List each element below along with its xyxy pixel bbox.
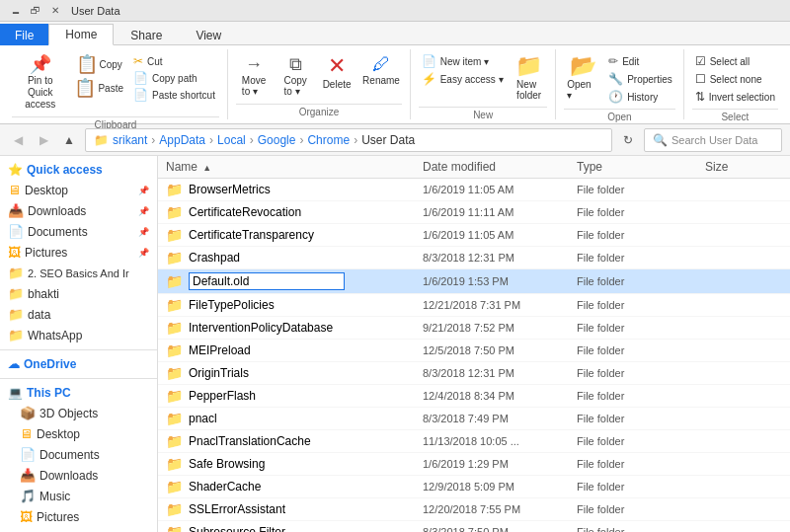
file-type: File folder bbox=[577, 503, 705, 515]
file-row[interactable]: 📁pnacl 8/3/2018 7:49 PM File folder bbox=[158, 408, 790, 430]
file-date: 8/3/2018 7:50 PM bbox=[423, 526, 577, 532]
new-folder-button[interactable]: 📁 Newfolder bbox=[510, 53, 549, 103]
up-button[interactable]: ▲ bbox=[59, 130, 79, 150]
open-label: Open ▾ bbox=[567, 79, 598, 101]
file-row-selected[interactable]: 📁 1/6/2019 1:53 PM File folder bbox=[158, 269, 790, 294]
file-row[interactable]: 📁Safe Browsing 1/6/2019 1:29 PM File fol… bbox=[158, 453, 790, 476]
file-row[interactable]: 📁SSLErrorAssistant 12/20/2018 7:55 PM Fi… bbox=[158, 498, 790, 521]
file-name: SSLErrorAssistant bbox=[189, 502, 285, 516]
sidebar-item-3d-objects[interactable]: 📦 3D Objects bbox=[0, 403, 157, 423]
sidebar-item-pictures2[interactable]: 🖼 Pictures bbox=[0, 506, 157, 527]
tab-home[interactable]: Home bbox=[48, 24, 114, 45]
onedrive-label: OneDrive bbox=[24, 357, 76, 371]
file-row[interactable]: 📁FileTypePolicies 12/21/2018 7:31 PM Fil… bbox=[158, 294, 790, 317]
this-pc-header[interactable]: 💻 This PC bbox=[0, 383, 157, 403]
tab-file[interactable]: File bbox=[0, 24, 48, 45]
open-button[interactable]: 📂 Open ▾ bbox=[563, 53, 602, 103]
title-bar: 🗕 🗗 ✕ User Data bbox=[0, 0, 790, 22]
copy-to-button[interactable]: ⧉ Copyto ▾ bbox=[276, 53, 315, 99]
sidebar-item-documents2[interactable]: 📄 Documents bbox=[0, 444, 157, 465]
copy-path-button[interactable]: 📄 Copy path bbox=[129, 70, 219, 86]
pin-to-quick-access-button[interactable]: 📌 Pin to Quickaccess bbox=[12, 53, 68, 113]
forward-button[interactable]: ▶ bbox=[34, 130, 53, 150]
file-row[interactable]: 📁MEIPreload 12/5/2018 7:50 PM File folde… bbox=[158, 340, 790, 362]
file-row[interactable]: 📁BrowserMetrics 1/6/2019 11:05 AM File f… bbox=[158, 179, 790, 201]
address-path[interactable]: 📁 srikant › AppData › Local › Google › C… bbox=[85, 128, 612, 152]
folder-icon: 📁 bbox=[166, 365, 183, 381]
file-row[interactable]: 📁Crashpad 8/3/2018 12:31 PM File folder bbox=[158, 247, 790, 269]
file-row[interactable]: 📁PnaclTranslationCache 11/13/2018 10:05 … bbox=[158, 430, 790, 453]
file-type: File folder bbox=[577, 481, 705, 493]
file-name-input[interactable] bbox=[189, 272, 345, 290]
file-row[interactable]: 📁ShaderCache 12/9/2018 5:09 PM File fold… bbox=[158, 476, 790, 498]
path-user-data[interactable]: User Data bbox=[361, 133, 415, 147]
new-item-button[interactable]: 📄 New item ▾ bbox=[418, 53, 508, 69]
select-all-button[interactable]: ☑ Select all bbox=[691, 53, 754, 69]
sep1: › bbox=[151, 133, 155, 147]
sidebar-item-downloads2[interactable]: 📥 Downloads bbox=[0, 465, 157, 486]
file-row[interactable]: 📁CertificateRevocation 1/6/2019 11:11 AM… bbox=[158, 201, 790, 224]
open-group-label: Open bbox=[564, 109, 674, 124]
file-row[interactable]: 📁PepperFlash 12/4/2018 8:34 PM File fold… bbox=[158, 385, 790, 408]
col-type-header[interactable]: Type bbox=[577, 160, 705, 174]
sidebar-item-bhakti[interactable]: 📁 bhakti bbox=[0, 283, 157, 304]
file-row[interactable]: 📁Subresource Filter 8/3/2018 7:50 PM Fil… bbox=[158, 521, 790, 532]
refresh-button[interactable]: ↻ bbox=[618, 130, 638, 150]
col-name-header[interactable]: Name ▲ bbox=[166, 160, 423, 174]
maximize-icon[interactable]: 🗗 bbox=[28, 3, 43, 19]
file-type: File folder bbox=[577, 206, 705, 218]
file-row[interactable]: 📁InterventionPolicyDatabase 9/21/2018 7:… bbox=[158, 317, 790, 340]
copy-button[interactable]: 📋 Copy bbox=[70, 53, 127, 75]
rename-button[interactable]: 🖊 Rename bbox=[358, 53, 404, 88]
col-date-header[interactable]: Date modified bbox=[423, 160, 577, 174]
path-appdata[interactable]: AppData bbox=[159, 133, 205, 147]
tab-view[interactable]: View bbox=[179, 24, 238, 45]
pin-icon: ⭐ bbox=[8, 163, 23, 177]
search-box[interactable]: 🔍 Search User Data bbox=[644, 128, 782, 152]
sidebar-item-music[interactable]: 🎵 Music bbox=[0, 486, 157, 506]
edit-button[interactable]: ✏ Edit bbox=[604, 53, 676, 69]
cut-icon: ✂ bbox=[133, 54, 143, 68]
sidebar-item-data[interactable]: 📁 data bbox=[0, 304, 157, 325]
pictures2-label: Pictures bbox=[37, 510, 79, 524]
path-srikant[interactable]: srikant bbox=[113, 133, 147, 147]
file-row[interactable]: 📁OriginTrials 8/3/2018 12:31 PM File fol… bbox=[158, 362, 790, 385]
close-icon[interactable]: ✕ bbox=[47, 3, 63, 19]
file-date: 9/21/2018 7:52 PM bbox=[423, 322, 577, 334]
organize-group-label: Organize bbox=[236, 104, 402, 119]
paste-shortcut-button[interactable]: 📄 Paste shortcut bbox=[129, 87, 219, 103]
invert-selection-button[interactable]: ⇅ Invert selection bbox=[691, 89, 779, 105]
back-button[interactable]: ◀ bbox=[8, 130, 28, 150]
window-controls[interactable]: 🗕 🗗 ✕ bbox=[8, 3, 63, 19]
quick-access-header[interactable]: ⭐ Quick access bbox=[0, 160, 157, 180]
minimize-icon[interactable]: 🗕 bbox=[8, 3, 24, 19]
move-to-button[interactable]: → Moveto ▾ bbox=[234, 53, 274, 99]
edit-icon: ✏ bbox=[608, 54, 618, 68]
move-to-label: Moveto ▾ bbox=[242, 75, 266, 97]
tab-share[interactable]: Share bbox=[114, 24, 179, 45]
properties-button[interactable]: 🔧 Properties bbox=[604, 71, 676, 87]
path-google[interactable]: Google bbox=[258, 133, 296, 147]
sidebar-item-seo[interactable]: 📁 2. SEO Basics And Ir bbox=[0, 263, 157, 283]
path-chrome[interactable]: Chrome bbox=[307, 133, 350, 147]
sidebar-item-documents[interactable]: 📄 Documents 📌 bbox=[0, 221, 157, 242]
delete-button[interactable]: ✕ Delete bbox=[317, 53, 356, 92]
sep2: › bbox=[209, 133, 213, 147]
folder-icon: 📁 bbox=[166, 433, 183, 449]
col-size-header[interactable]: Size bbox=[705, 160, 782, 174]
cut-button[interactable]: ✂ Cut bbox=[129, 53, 219, 69]
sidebar-item-desktop2[interactable]: 🖥 Desktop bbox=[0, 423, 157, 444]
select-none-button[interactable]: ☐ Select none bbox=[691, 71, 766, 87]
easy-access-button[interactable]: ⚡ Easy access ▾ bbox=[418, 71, 508, 87]
sidebar-item-downloads[interactable]: 📥 Downloads 📌 bbox=[0, 200, 157, 221]
file-row[interactable]: 📁CertificateTransparency 1/6/2019 11:05 … bbox=[158, 224, 790, 247]
paste-button[interactable]: 📋 Paste bbox=[70, 77, 127, 99]
sidebar-item-whatsapp[interactable]: 📁 WhatsApp bbox=[0, 325, 157, 345]
new-buttons: 📄 New item ▾ ⚡ Easy access ▾ 📁 Newfolder bbox=[418, 49, 549, 107]
path-local[interactable]: Local bbox=[217, 133, 246, 147]
history-button[interactable]: 🕐 History bbox=[604, 89, 676, 105]
sidebar-item-pictures[interactable]: 🖼 Pictures 📌 bbox=[0, 242, 157, 263]
onedrive-header[interactable]: ☁ OneDrive bbox=[0, 354, 157, 374]
ribbon-group-organize: → Moveto ▾ ⧉ Copyto ▾ ✕ Delete 🖊 Rename … bbox=[228, 49, 411, 119]
sidebar-item-desktop[interactable]: 🖥 Desktop 📌 bbox=[0, 180, 157, 200]
